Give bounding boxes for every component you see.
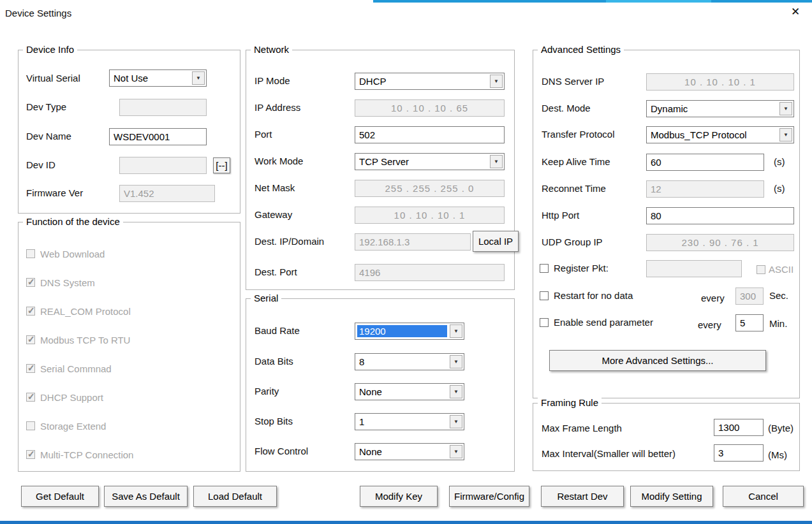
restart-seconds-field — [735, 287, 764, 305]
restart-every-label: every — [701, 293, 725, 304]
parity-select[interactable]: None ▼ — [355, 383, 464, 400]
dest-ip-label: Dest. IP/Domain — [255, 236, 324, 247]
max-frame-length-label: Max Frame Length — [542, 423, 622, 434]
udp-group-ip-field — [646, 234, 794, 251]
ip-mode-value: DHCP — [357, 75, 487, 87]
ip-address-label: IP Address — [255, 102, 300, 113]
register-pkt-label: Register Pkt: — [554, 263, 609, 274]
transfer-protocol-value: Modbus_TCP Protocol — [649, 129, 777, 141]
modify-setting-button[interactable]: Modify Setting — [630, 486, 713, 507]
port-field[interactable] — [355, 126, 505, 143]
load-default-button[interactable]: Load Default — [193, 486, 277, 507]
dest-mode-label: Dest. Mode — [542, 103, 591, 114]
serial-group: Serial Baud Rate 19200 ▼ Data Bits 8 ▼ P… — [246, 298, 515, 472]
max-interval-field[interactable] — [714, 444, 764, 462]
data-bits-value: 8 — [357, 356, 447, 368]
max-frame-length-field[interactable] — [714, 419, 764, 436]
transfer-protocol-select[interactable]: Modbus_TCP Protocol ▼ — [646, 126, 794, 143]
modify-key-button[interactable]: Modify Key — [360, 486, 438, 507]
keep-alive-field[interactable] — [646, 154, 764, 171]
ascii-label: ASCII — [769, 264, 794, 275]
save-as-default-button[interactable]: Save As Default — [104, 486, 188, 507]
ip-address-field — [355, 99, 505, 117]
net-mask-field — [355, 180, 505, 197]
udp-group-ip-label: UDP Group IP — [542, 237, 603, 248]
work-mode-select[interactable]: TCP Server ▼ — [355, 153, 505, 170]
more-advanced-settings-button[interactable]: More Advanced Settings... — [549, 350, 766, 371]
gateway-field — [355, 207, 505, 224]
restart-dev-button[interactable]: Restart Dev — [541, 486, 624, 507]
gateway-label: Gateway — [255, 209, 292, 221]
enable-send-parameter-label: Enable send parameter — [554, 317, 653, 328]
checkbox-modbus-tcp-rtu-label: Modbus TCP To RTU — [40, 335, 130, 346]
virtual-serial-select[interactable]: Not Use ▼ — [109, 69, 207, 87]
network-legend: Network — [251, 44, 292, 55]
cancel-button[interactable]: Cancel — [723, 486, 804, 507]
flow-control-select[interactable]: None ▼ — [355, 443, 464, 460]
chevron-down-icon: ▼ — [450, 415, 462, 428]
baud-rate-label: Baud Rate — [255, 325, 300, 337]
baud-rate-select[interactable]: 19200 ▼ — [355, 323, 464, 340]
flow-control-label: Flow Control — [255, 446, 308, 457]
chevron-down-icon: ▼ — [450, 445, 462, 458]
work-mode-label: Work Mode — [255, 156, 303, 167]
baud-rate-value: 19200 — [357, 325, 447, 337]
parity-label: Parity — [255, 386, 279, 397]
checkbox-dns-system — [26, 278, 35, 287]
stop-bits-label: Stop Bits — [255, 416, 293, 427]
chevron-down-icon: ▼ — [192, 71, 205, 85]
dest-port-field — [355, 264, 505, 281]
dev-type-label: Dev Type — [26, 101, 66, 113]
close-icon[interactable]: ✕ — [791, 6, 800, 18]
checkbox-real-com — [26, 307, 35, 316]
reconnect-time-label: Reconnet Time — [542, 183, 606, 194]
reconnect-time-field — [646, 180, 764, 198]
max-interval-label: Max Interval(Smaller will better) — [542, 448, 675, 460]
keep-alive-label: Keep Alive Time — [542, 156, 610, 168]
framing-rule-legend: Framing Rule — [538, 397, 602, 408]
dev-id-expand-button[interactable]: [--] — [213, 157, 230, 173]
get-default-button[interactable]: Get Default — [21, 486, 99, 507]
virtual-serial-label: Virtual Serial — [26, 73, 80, 84]
port-label: Port — [255, 129, 272, 140]
checkbox-serial-command — [26, 364, 35, 373]
dev-type-field — [119, 99, 207, 116]
checkbox-dns-system-label: DNS System — [40, 277, 95, 289]
checkbox-serial-command-label: Serial Commnad — [40, 363, 112, 375]
ascii-checkbox — [757, 265, 765, 274]
bottom-edge-accent — [0, 521, 812, 524]
title-bar: Device Settings ✕ — [0, 3, 812, 25]
data-bits-select[interactable]: 8 ▼ — [355, 353, 464, 370]
keep-alive-unit-label: (s) — [774, 156, 785, 168]
register-pkt-checkbox[interactable] — [540, 264, 549, 273]
enable-minutes-field[interactable] — [735, 314, 764, 331]
functions-group: Function of the device Web Download DNS … — [18, 222, 240, 472]
dest-mode-select[interactable]: Dynamic ▼ — [646, 100, 794, 117]
checkbox-multi-tcp — [26, 450, 35, 459]
network-group: Network IP Mode DHCP ▼ IP Address Port W… — [246, 50, 515, 290]
chevron-down-icon: ▼ — [490, 75, 503, 88]
ip-mode-select[interactable]: DHCP ▼ — [355, 73, 505, 90]
ip-mode-label: IP Mode — [255, 75, 290, 87]
stop-bits-select[interactable]: 1 ▼ — [355, 413, 464, 430]
firmware-config-button[interactable]: Firmware/Config — [449, 486, 529, 507]
checkbox-storage-extend-label: Storage Extend — [40, 421, 106, 432]
parity-value: None — [357, 386, 447, 398]
reconnect-unit-label: (s) — [774, 183, 785, 194]
dev-name-field[interactable] — [109, 128, 207, 145]
virtual-serial-value: Not Use — [112, 72, 189, 84]
restart-unit-label: Sec. — [769, 290, 788, 302]
http-port-field[interactable] — [646, 207, 794, 224]
dns-server-ip-label: DNS Server IP — [542, 76, 604, 87]
http-port-label: Http Port — [542, 210, 579, 221]
dev-id-label: Dev ID — [26, 159, 55, 171]
restart-no-data-checkbox[interactable] — [540, 291, 549, 300]
local-ip-button[interactable]: Local IP — [473, 231, 519, 252]
checkbox-dhcp-support — [26, 393, 35, 402]
dest-port-label: Dest. Port — [255, 266, 297, 278]
device-info-legend: Device Info — [23, 44, 77, 55]
serial-legend: Serial — [251, 293, 281, 303]
enable-send-parameter-checkbox[interactable] — [540, 318, 549, 327]
checkbox-web-download-label: Web Download — [40, 249, 105, 260]
firmware-ver-field — [119, 185, 215, 202]
